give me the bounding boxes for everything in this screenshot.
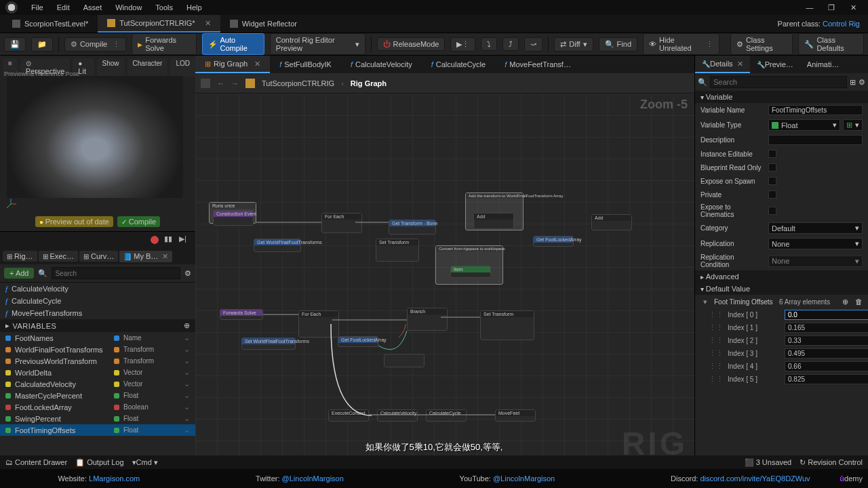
array-value-input[interactable] bbox=[785, 348, 868, 359]
foreach-node[interactable]: For Each bbox=[321, 213, 362, 233]
array-value-input[interactable] bbox=[785, 336, 868, 346]
chevron-icon[interactable]: ⌄ bbox=[184, 380, 190, 388]
variable-row-footnames[interactable]: FootNamesName⌄ bbox=[0, 332, 195, 344]
array-value-input[interactable] bbox=[785, 310, 868, 320]
tab-setfullbodyik[interactable]: fSetFullBodyIK bbox=[270, 56, 341, 73]
variable-set-node[interactable]: Set WorldFinalFootTransforms bbox=[241, 338, 296, 350]
add-variable-icon[interactable]: ⊕ bbox=[184, 321, 191, 330]
link-discord[interactable]: discord.com/invite/YaEQ8DZWuv bbox=[700, 474, 810, 483]
settings-icon[interactable]: ⚙ bbox=[184, 269, 191, 278]
close-icon[interactable]: ✕ bbox=[254, 60, 260, 68]
func-calculate-velocity[interactable]: fCalculateVelocity bbox=[0, 283, 195, 295]
viewport-lod-button[interactable]: LOD bbox=[170, 58, 195, 77]
get-footlocked-node[interactable]: Get FootLockedArray bbox=[533, 236, 574, 247]
add-node[interactable]: Add bbox=[473, 213, 514, 229]
content-drawer-button[interactable]: 🗂 Content Drawer bbox=[5, 458, 67, 466]
variable-row-worlddelta[interactable]: WorldDeltaVector⌄ bbox=[0, 367, 195, 378]
variable-row-worldfinalfoottransforms[interactable]: WorldFinalFootTransformsTransform⌄ bbox=[0, 344, 195, 355]
checkbox-expose-cinematics[interactable] bbox=[768, 207, 776, 215]
record-button[interactable] bbox=[149, 235, 160, 245]
step-2-button[interactable]: ⤴ bbox=[502, 37, 519, 51]
section-default-value[interactable]: ▾ Default Value bbox=[695, 283, 868, 295]
chevron-icon[interactable]: ⌄ bbox=[184, 345, 190, 354]
chevron-icon[interactable]: ⌄ bbox=[184, 426, 190, 434]
item-node[interactable]: Item bbox=[450, 266, 491, 278]
diff-button[interactable]: Diff ▾ bbox=[554, 37, 593, 52]
tab-details[interactable]: 🔧Details✕ bbox=[695, 56, 750, 73]
drag-handle-icon[interactable]: ⋮⋮ bbox=[709, 349, 724, 358]
sequence-node-2[interactable]: CalculateVelocity bbox=[377, 409, 418, 422]
pause-button[interactable]: ▮▮ bbox=[164, 235, 175, 245]
drag-handle-icon[interactable]: ⋮⋮ bbox=[709, 362, 724, 371]
cmd-dropdown[interactable]: ▾Cmd ▾ bbox=[132, 458, 158, 467]
preview-out-of-date-badge[interactable]: ● Preview out of date bbox=[35, 216, 113, 227]
step-3-button[interactable]: ⤻ bbox=[524, 37, 542, 52]
foreach-node-2[interactable]: For Each bbox=[298, 310, 339, 338]
func-move-feet-transforms[interactable]: fMoveFeetTransforms bbox=[0, 307, 195, 319]
preview-mode-dropdown[interactable]: Control Rig Editor Preview ▾ bbox=[270, 33, 366, 55]
variable-row-footlockedarray[interactable]: FootLockedArrayBoolean⌄ bbox=[0, 401, 195, 413]
sequence-node-4[interactable]: MoveFeet bbox=[495, 409, 536, 422]
tab-rig-hierarchy[interactable]: ⊞Rig… bbox=[3, 251, 37, 262]
section-variable[interactable]: ▾ Variable bbox=[695, 91, 868, 103]
unsaved-badge[interactable]: ⬛ 3 Unsaved bbox=[745, 458, 792, 467]
menu-tools[interactable]: Tools bbox=[149, 3, 180, 12]
clear-array-icon[interactable]: 🗑 bbox=[855, 298, 863, 306]
chevron-icon[interactable]: ⌄ bbox=[184, 368, 190, 377]
variable-row-mastercyclepercent[interactable]: MasterCyclePercentFloat⌄ bbox=[0, 390, 195, 401]
save-button[interactable]: 💾 bbox=[4, 37, 26, 52]
variables-section-header[interactable]: ▸VARIABLES⊕ bbox=[0, 319, 195, 332]
axis-gizmo-icon[interactable] bbox=[4, 197, 18, 212]
step-forward-button[interactable]: ▶| bbox=[179, 235, 190, 245]
tab-calculatecycle[interactable]: fCalculateCycle bbox=[422, 56, 495, 73]
sequence-node-3[interactable]: CalculateCycle bbox=[426, 409, 467, 422]
array-value-input[interactable] bbox=[785, 323, 868, 333]
step-1-button[interactable]: ⤵ bbox=[481, 37, 497, 51]
class-defaults-button[interactable]: 🔧Class Defaults bbox=[798, 33, 864, 55]
revision-control-button[interactable]: ↻ Revision Control bbox=[800, 458, 863, 467]
section-advanced[interactable]: ▸ Advanced bbox=[695, 270, 868, 283]
tab-preview-scene[interactable]: 🔧Previe… bbox=[750, 56, 800, 73]
func-calculate-cycle[interactable]: fCalculateCycle bbox=[0, 295, 195, 307]
menu-file[interactable]: File bbox=[24, 3, 50, 12]
chevron-icon[interactable]: ⌄ bbox=[184, 357, 190, 365]
auto-compile-button[interactable]: ⚡Auto Compile bbox=[202, 33, 264, 55]
run-button[interactable]: ▶⋮ bbox=[450, 37, 475, 52]
nav-back-icon[interactable]: ← bbox=[217, 79, 224, 87]
chevron-icon[interactable]: ⌄ bbox=[184, 403, 190, 411]
dropdown-category[interactable]: Default▾ bbox=[768, 222, 863, 234]
tab-my-blueprint[interactable]: 📘My B…✕ bbox=[119, 251, 172, 262]
chevron-icon[interactable]: ⌄ bbox=[184, 391, 190, 400]
viewport-show-button[interactable]: Show bbox=[97, 58, 125, 77]
minimize-button[interactable]: — bbox=[800, 1, 819, 14]
doc-tab-widget[interactable]: Widget Reflector bbox=[220, 15, 307, 33]
link-youtube[interactable]: @LincolnMargison bbox=[493, 474, 555, 483]
checkbox-bp-read-only[interactable] bbox=[768, 163, 776, 171]
tab-rig-graph[interactable]: ⊞Rig Graph✕ bbox=[195, 56, 270, 73]
variable-row-foottimingoffsets[interactable]: FootTimingOffsetsFloat⌄ bbox=[0, 424, 195, 436]
dropdown-variable-type[interactable]: Float▾ bbox=[768, 119, 840, 131]
tab-close-icon[interactable]: ✕ bbox=[205, 19, 211, 28]
close-button[interactable]: ✕ bbox=[844, 1, 863, 14]
class-settings-button[interactable]: ⚙Class Settings bbox=[730, 33, 793, 55]
sequence-node-1[interactable]: ExecuteContext bbox=[328, 409, 369, 422]
set-transform-node[interactable]: Set Transform bbox=[480, 310, 534, 340]
doc-tab-level[interactable]: ScorpionTestLevel* bbox=[3, 15, 98, 33]
chevron-icon[interactable]: ⌄ bbox=[184, 333, 190, 342]
node-graph-canvas[interactable]: Zoom -5 RIG Runs once Construction Event… bbox=[195, 94, 694, 469]
variable-row-calculatedvelocity[interactable]: CalculatedVelocityVector⌄ bbox=[0, 378, 195, 390]
construction-event-node[interactable]: Construction Event bbox=[213, 210, 254, 226]
drag-handle-icon[interactable]: ⋮⋮ bbox=[709, 375, 724, 384]
drag-handle-icon[interactable]: ⋮⋮ bbox=[709, 323, 724, 332]
hide-unrelated-button[interactable]: 👁Hide Unrelated⋮ bbox=[643, 33, 719, 55]
variable-row-swingpercent[interactable]: SwingPercentFloat⌄ bbox=[0, 413, 195, 424]
viewport-compile-button[interactable]: ✓ Compile bbox=[117, 216, 160, 227]
maximize-button[interactable]: ❐ bbox=[822, 1, 841, 14]
bookmark-icon[interactable] bbox=[201, 79, 210, 88]
nav-fwd-icon[interactable]: → bbox=[231, 79, 239, 87]
tab-movefeettransforms[interactable]: fMoveFeetTransf… bbox=[495, 56, 580, 73]
checkbox-expose-on-spawn[interactable] bbox=[768, 177, 776, 185]
small-node[interactable] bbox=[384, 354, 425, 367]
dropdown-replication[interactable]: None▾ bbox=[768, 238, 863, 249]
get-transform-node[interactable]: Get Transform - Bone bbox=[389, 220, 436, 235]
